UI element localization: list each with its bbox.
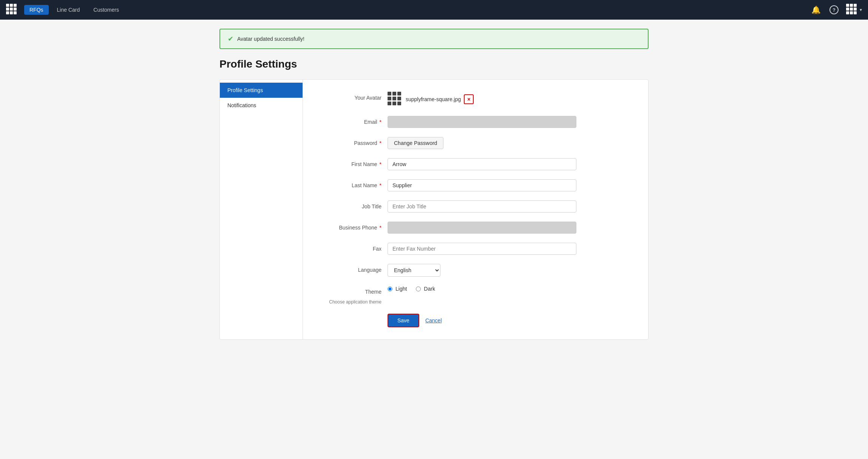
email-required-mark: * xyxy=(378,119,381,125)
avatar-label: Your Avatar xyxy=(321,92,381,101)
rfqs-nav-button[interactable]: RFQs xyxy=(24,5,49,15)
job-title-row: Job Title xyxy=(321,200,630,213)
theme-light-label: Light xyxy=(395,286,407,292)
nav-right-section: 🔔 ? ▾ xyxy=(810,4,862,16)
email-label: Email * xyxy=(321,116,381,125)
job-title-input[interactable] xyxy=(388,200,576,213)
avatar-remove-button[interactable]: × xyxy=(464,94,474,104)
remove-icon: × xyxy=(467,96,470,102)
email-row: Email * xyxy=(321,116,630,128)
language-label: Language xyxy=(321,264,381,273)
sidebar-item-notifications[interactable]: Notifications xyxy=(220,98,303,113)
theme-options: Light Dark xyxy=(388,286,576,292)
password-required-mark: * xyxy=(378,140,381,146)
settings-sidebar: Profile Settings Notifications xyxy=(220,80,303,339)
cancel-button[interactable]: Cancel xyxy=(425,317,442,323)
email-input[interactable] xyxy=(388,116,576,128)
language-control: English Spanish French German xyxy=(388,264,576,277)
settings-layout: Profile Settings Notifications Your Avat… xyxy=(219,79,649,340)
success-banner: ✔ Avatar updated successfully! xyxy=(219,29,649,49)
avatar-row: Your Avatar supplyframe-square.jpg × xyxy=(321,92,630,107)
password-row: Password * Change Password xyxy=(321,137,630,149)
theme-sub-row: Choose application theme xyxy=(321,298,630,305)
success-check-icon: ✔ xyxy=(228,35,233,43)
fax-row: Fax xyxy=(321,243,630,255)
theme-label: Theme xyxy=(321,286,381,295)
language-select[interactable]: English Spanish French German xyxy=(388,264,440,277)
sidebar-item-profile-settings[interactable]: Profile Settings xyxy=(220,83,303,98)
top-navigation: RFQs Line Card Customers 🔔 ? ▾ xyxy=(0,0,868,20)
fax-control xyxy=(388,243,576,255)
theme-light-option[interactable]: Light xyxy=(388,286,407,292)
password-label: Password * xyxy=(321,137,381,146)
avatar-control: supplyframe-square.jpg × xyxy=(388,92,576,107)
theme-light-radio[interactable] xyxy=(388,286,392,291)
question-icon: ? xyxy=(829,5,839,14)
last-name-row: Last Name * xyxy=(321,179,630,191)
page-title: Profile Settings xyxy=(219,58,649,70)
avatar-grid-preview-icon xyxy=(388,92,403,107)
profile-settings-form: Your Avatar supplyframe-square.jpg × xyxy=(303,80,648,339)
password-control: Change Password xyxy=(388,137,576,149)
banner-message: Avatar updated successfully! xyxy=(237,36,304,42)
avatar-chevron-icon: ▾ xyxy=(860,7,862,12)
app-logo-icon[interactable] xyxy=(6,4,18,16)
theme-dark-radio[interactable] xyxy=(416,286,421,291)
user-avatar-button[interactable]: ▾ xyxy=(846,4,862,16)
first-name-label: First Name * xyxy=(321,158,381,167)
customers-nav-button[interactable]: Customers xyxy=(88,5,124,15)
business-phone-row: Business Phone * xyxy=(321,222,630,234)
theme-control: Light Dark xyxy=(388,286,576,292)
fax-input[interactable] xyxy=(388,243,576,255)
theme-dark-option[interactable]: Dark xyxy=(416,286,435,292)
email-control xyxy=(388,116,576,128)
notifications-bell-button[interactable]: 🔔 xyxy=(810,4,822,16)
last-name-input[interactable] xyxy=(388,179,576,191)
last-name-control xyxy=(388,179,576,191)
first-name-row: First Name * xyxy=(321,158,630,170)
help-button[interactable]: ? xyxy=(828,4,840,16)
first-name-control xyxy=(388,158,576,170)
theme-dark-label: Dark xyxy=(424,286,435,292)
save-button[interactable]: Save xyxy=(388,314,419,327)
bell-icon: 🔔 xyxy=(811,5,821,14)
main-content: ✔ Avatar updated successfully! Profile S… xyxy=(207,20,661,349)
avatar-filename: supplyframe-square.jpg xyxy=(406,96,461,102)
last-name-label: Last Name * xyxy=(321,179,381,188)
business-phone-label: Business Phone * xyxy=(321,222,381,231)
language-row: Language English Spanish French German xyxy=(321,264,630,277)
theme-sub-label: Choose application theme xyxy=(321,298,381,305)
business-phone-control xyxy=(388,222,576,234)
user-avatar-grid-icon xyxy=(846,4,858,16)
job-title-control xyxy=(388,200,576,213)
linecard-nav-button[interactable]: Line Card xyxy=(52,5,85,15)
form-actions: Save Cancel xyxy=(321,314,630,327)
fax-label: Fax xyxy=(321,243,381,252)
avatar-wrap: supplyframe-square.jpg × xyxy=(388,92,576,107)
first-name-input[interactable] xyxy=(388,158,576,170)
change-password-button[interactable]: Change Password xyxy=(388,137,443,149)
theme-row: Theme Light Dark xyxy=(321,286,630,295)
job-title-label: Job Title xyxy=(321,200,381,209)
business-phone-input[interactable] xyxy=(388,222,576,234)
